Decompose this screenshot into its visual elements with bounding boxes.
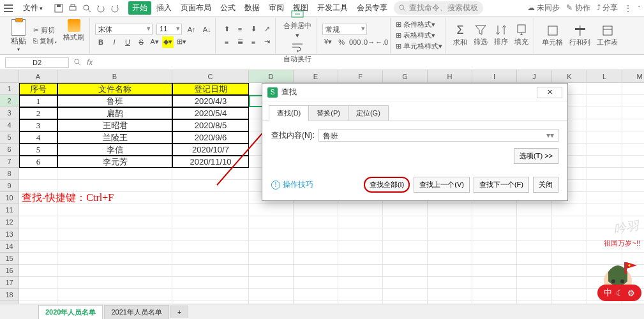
underline-button[interactable]: U — [122, 36, 133, 48]
cell-J14[interactable] — [517, 241, 552, 253]
cell-J16[interactable] — [517, 265, 552, 277]
cond-format[interactable]: ⊞ 条件格式▾ — [396, 20, 442, 29]
cell-I18[interactable] — [472, 289, 517, 301]
cell-D11[interactable] — [249, 204, 294, 216]
collab-button[interactable]: ✎ 协作 — [566, 3, 590, 13]
cell-H11[interactable] — [428, 204, 472, 216]
cell-L1[interactable] — [587, 83, 622, 95]
cell-A12[interactable] — [19, 216, 57, 228]
align-left[interactable]: ≡ — [221, 36, 232, 48]
row-head-2[interactable]: 2 — [0, 95, 19, 107]
percent[interactable]: % — [336, 36, 347, 48]
comma[interactable]: 000 — [349, 36, 361, 48]
dialog-close-button[interactable]: ✕ — [537, 87, 562, 98]
cell-A8[interactable] — [19, 168, 57, 180]
currency[interactable]: ¥▾ — [322, 36, 334, 48]
cell-K13[interactable] — [552, 228, 587, 241]
cell-style[interactable]: ⊞ 单元格样式▾ — [396, 41, 442, 51]
cell-E17[interactable] — [294, 277, 338, 289]
cell-L11[interactable] — [587, 204, 622, 216]
indent[interactable]: ⇥ — [261, 36, 273, 48]
cell-D14[interactable] — [249, 241, 294, 253]
cell-J13[interactable] — [517, 228, 552, 241]
merge-center[interactable]: 合并居中▾ — [281, 8, 314, 40]
cell-B14[interactable] — [57, 241, 172, 253]
ime-badge[interactable]: 中☾⚙ — [597, 285, 641, 301]
row-head-16[interactable]: 16 — [0, 265, 19, 277]
cell-C11[interactable] — [172, 204, 249, 216]
cell-C7[interactable]: 2020/11/10 — [172, 156, 249, 168]
cell-L6[interactable] — [587, 144, 622, 156]
decrease-font[interactable]: A↓ — [201, 24, 213, 35]
cell-K12[interactable] — [552, 216, 587, 228]
cell-H15[interactable] — [428, 253, 472, 265]
font-name-select[interactable]: 宋体 — [95, 24, 153, 35]
row-head-17[interactable]: 17 — [0, 277, 19, 289]
cell-K14[interactable] — [552, 241, 587, 253]
find-prev-button[interactable]: 查找上一个(V) — [414, 177, 470, 193]
cell-I14[interactable] — [472, 241, 517, 253]
cell-J15[interactable] — [517, 253, 552, 265]
row-head-18[interactable]: 18 — [0, 289, 19, 301]
row-head-1[interactable]: 1 — [0, 83, 19, 95]
cell-H17[interactable] — [428, 277, 472, 289]
app-menu-icon[interactable] — [4, 4, 13, 12]
cell-M8[interactable] — [622, 168, 644, 180]
cell-G13[interactable] — [383, 228, 428, 241]
cell-J12[interactable] — [517, 216, 552, 228]
cell-C14[interactable] — [172, 241, 249, 253]
row-head-7[interactable]: 7 — [0, 156, 19, 168]
row-head-9[interactable]: 9 — [0, 180, 19, 192]
cell-A15[interactable] — [19, 253, 57, 265]
find-next-button[interactable]: 查找下一个(F) — [474, 177, 529, 193]
cell-G11[interactable] — [383, 204, 428, 216]
align-center[interactable]: ≣ — [234, 36, 246, 48]
find-input[interactable]: 鲁班▾ — [318, 129, 558, 142]
cell-F16[interactable] — [338, 265, 383, 277]
col-head-J[interactable]: J — [517, 70, 552, 83]
cell-B9[interactable] — [57, 180, 172, 192]
cell-I13[interactable] — [472, 228, 517, 241]
row-head-14[interactable]: 14 — [0, 241, 19, 253]
cell-E11[interactable] — [294, 204, 338, 216]
cell-B6[interactable]: 李信 — [57, 144, 172, 156]
cell-A17[interactable] — [19, 277, 57, 289]
cell-D17[interactable] — [249, 277, 294, 289]
menu-tab-3[interactable]: 公式 — [216, 1, 239, 15]
cell-C5[interactable]: 2020/9/6 — [172, 131, 249, 144]
share-button[interactable]: ⤴ 分享 — [597, 3, 618, 13]
cell-C3[interactable]: 2020/5/4 — [172, 107, 249, 119]
row-head-3[interactable]: 3 — [0, 107, 19, 119]
row-head-13[interactable]: 13 — [0, 228, 19, 241]
cell-J18[interactable] — [517, 289, 552, 301]
cell-M4[interactable] — [622, 119, 644, 131]
sync-status[interactable]: ☁ 未同步 — [527, 3, 560, 13]
table-style[interactable]: ⊞ 表格样式▾ — [396, 31, 442, 40]
col-head-I[interactable]: I — [472, 70, 517, 83]
menu-tab-8[interactable]: 会员专享 — [353, 1, 391, 15]
cell-C12[interactable] — [172, 216, 249, 228]
cell-F14[interactable] — [338, 241, 383, 253]
cell-C2[interactable]: 2020/4/3 — [172, 95, 249, 107]
cell-B2[interactable]: 鲁班 — [57, 95, 172, 107]
cell-B1[interactable]: 文件名称 — [57, 83, 172, 95]
orientation[interactable]: ↗ — [261, 24, 273, 35]
cell-M5[interactable] — [622, 131, 644, 144]
wrap-text[interactable]: 自动换行 — [281, 41, 314, 64]
cell-A2[interactable]: 1 — [19, 95, 57, 107]
cell-F17[interactable] — [338, 277, 383, 289]
dialog-tab-1[interactable]: 替换(P) — [308, 105, 348, 121]
cell-J17[interactable] — [517, 277, 552, 289]
caret-icon[interactable]: ˆ — [638, 5, 640, 11]
cell-H12[interactable] — [428, 216, 472, 228]
align-bot[interactable]: ⬇ — [248, 24, 259, 35]
cell-M1[interactable] — [622, 83, 644, 95]
cell-G12[interactable] — [383, 216, 428, 228]
cell-M11[interactable] — [622, 204, 644, 216]
cell-E16[interactable] — [294, 265, 338, 277]
cell-A16[interactable] — [19, 265, 57, 277]
sort-button[interactable]: 排序 — [491, 24, 511, 47]
col-head-B[interactable]: B — [57, 70, 172, 83]
preview-icon[interactable] — [82, 4, 91, 13]
filter-button[interactable]: 筛选 — [471, 24, 490, 47]
